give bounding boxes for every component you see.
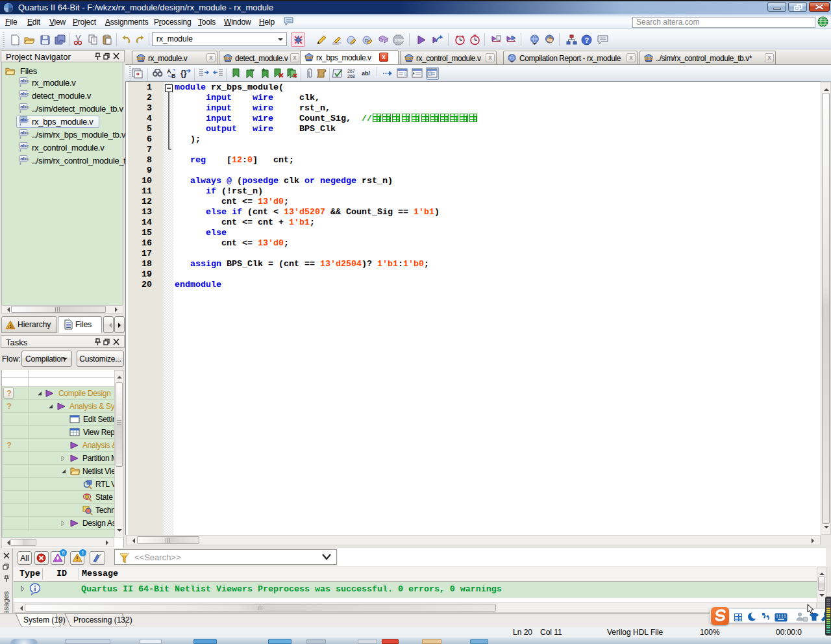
svg-text:abc: abc (20, 143, 29, 149)
svg-text:abc: abc (20, 117, 29, 123)
svg-text:abc: abc (20, 104, 29, 110)
svg-text:267: 267 (347, 69, 355, 73)
svg-text:abc: abc (137, 56, 145, 60)
svg-text:A: A (167, 68, 171, 75)
svg-text:abc: abc (20, 156, 29, 162)
svg-text:abc: abc (645, 56, 652, 60)
svg-text:{}: {} (180, 69, 187, 78)
svg-text:abc: abc (224, 56, 232, 60)
svg-text:abc: abc (20, 91, 29, 97)
svg-text:?: ? (585, 36, 589, 44)
svg-text:abc: abc (305, 55, 313, 60)
svg-text:abc: abc (20, 78, 29, 84)
svg-text:STOP: STOP (395, 38, 404, 42)
svg-text:B: B (171, 73, 176, 79)
svg-text:abc: abc (405, 56, 413, 60)
svg-text:abc: abc (20, 130, 29, 136)
svg-text:ab/: ab/ (362, 70, 371, 77)
svg-text:268: 268 (347, 74, 355, 79)
